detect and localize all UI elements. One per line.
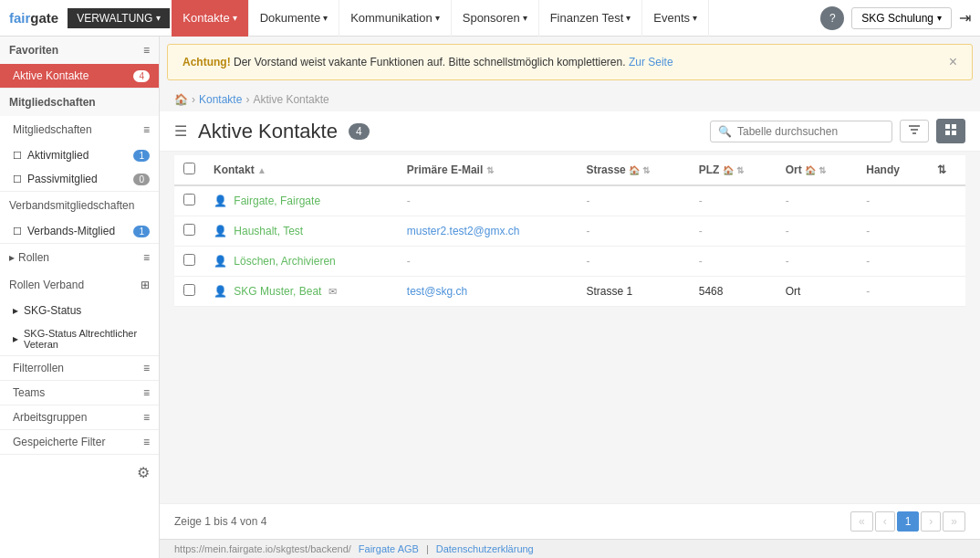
logout-button[interactable]: ⇥ (959, 9, 971, 26)
gespeicherte-filter-header[interactable]: Gespeicherte Filter ≡ (0, 430, 159, 454)
row-kontakt: 👤 SKG Muster, Beat ✉ (204, 277, 398, 307)
header-checkbox[interactable] (174, 155, 204, 185)
sidebar: Favoriten ≡ Aktive Kontakte 4 Mitgliedsc… (0, 37, 160, 558)
breadcrumb: 🏠 › Kontakte › Aktive Kontakte (160, 88, 980, 111)
sidebar-item-passivmitglied[interactable]: ☐ Passivmitglied 0 (0, 167, 159, 191)
grid-view-button[interactable] (936, 119, 965, 143)
contact-name-link[interactable]: Fairgate, Fairgate (234, 195, 320, 207)
help-button[interactable]: ? (820, 6, 844, 30)
header-plz[interactable]: PLZ 🏠 ⇅ (690, 155, 777, 185)
row-strasse: - (577, 216, 689, 247)
logo: fairgate (0, 10, 68, 26)
svg-rect-4 (952, 124, 956, 129)
select-all-checkbox[interactable] (183, 163, 195, 174)
svg-rect-3 (945, 124, 950, 129)
sidebar-item-verbands-mitglied[interactable]: ☐ Verbands-Mitglied 1 (0, 219, 159, 243)
favoriten-header[interactable]: Favoriten ≡ (0, 37, 159, 64)
checkbox-icon: ☐ (13, 150, 22, 162)
row-checkbox[interactable] (174, 216, 204, 247)
table-header: Kontakt ▲ Primäre E-Mail ⇅ Strasse 🏠 ⇅ (174, 155, 965, 185)
verwaltung-button[interactable]: VERWALTUNG ▾ (68, 8, 170, 28)
pagination-prev-button[interactable]: ‹ (875, 511, 895, 532)
contact-icon: 👤 (214, 225, 227, 237)
pagination-page-1-button[interactable]: 1 (897, 511, 920, 532)
nav-finanzen[interactable]: Finanzen Test ▾ (539, 0, 643, 37)
page-title: Aktive Kontakte (198, 120, 338, 143)
table-row: 👤 Fairgate, Fairgate - - - - - (174, 185, 965, 216)
menu-icon: ≡ (143, 436, 150, 448)
search-box[interactable]: 🔍 (710, 121, 892, 142)
row-checkbox[interactable] (174, 185, 204, 216)
nav-sponsoren[interactable]: Sponsoren ▾ (452, 0, 539, 37)
footer: https://mein.fairgate.io/skgtest/backend… (160, 539, 980, 558)
sidebar-section-filterrollen: Filterrollen ≡ (0, 356, 159, 381)
email-icon: ✉ (328, 286, 337, 297)
header-email[interactable]: Primäre E-Mail ⇅ (398, 155, 578, 185)
alert-close-button[interactable]: × (949, 54, 957, 70)
email-link[interactable]: muster2.test2@gmx.ch (407, 225, 520, 237)
pagination-first-button[interactable]: « (850, 511, 873, 532)
footer-agb-link[interactable]: Fairgate AGB (359, 543, 419, 554)
breadcrumb-kontakte[interactable]: Kontakte (199, 93, 242, 106)
pagination-buttons: « ‹ 1 › » (850, 511, 965, 532)
filter-button[interactable] (900, 120, 929, 142)
alert-link[interactable]: Zur Seite (629, 56, 673, 68)
sidebar-item-skg-status-alt[interactable]: ▸ SKG-Status Altrechtlicher Veteran (0, 322, 159, 355)
filter-icon (908, 124, 921, 135)
sidebar-item-aktive-kontakte[interactable]: Aktive Kontakte 4 (0, 64, 159, 88)
row-ort: Ort (777, 277, 858, 307)
filterrollen-header[interactable]: Filterrollen ≡ (0, 356, 159, 380)
breadcrumb-current: Aktive Kontakte (253, 93, 328, 106)
nav-events[interactable]: Events ▾ (642, 0, 709, 37)
teams-header[interactable]: Teams ≡ (0, 381, 159, 405)
header-ort[interactable]: Ort 🏠 ⇅ (777, 155, 858, 185)
row-email: test@skg.ch (398, 277, 578, 307)
rollen-header[interactable]: ▸ Rollen ≡ (0, 244, 159, 271)
alert-prefix: Achtung! (182, 56, 231, 68)
menu-icon: ≡ (143, 411, 150, 424)
chevron-down-icon: ▾ (323, 13, 328, 23)
row-checkbox[interactable] (174, 277, 204, 307)
home-icon: 🏠 (629, 165, 640, 175)
mitgliedschaften-header[interactable]: Mitgliedschaften (0, 89, 159, 116)
header-handy[interactable]: Handy (857, 155, 928, 185)
pagination-last-button[interactable]: » (943, 511, 965, 532)
rollen-verband-header[interactable]: Rollen Verband ⊞ (0, 271, 159, 299)
row-kontakt: 👤 Fairgate, Fairgate (204, 185, 398, 216)
sidebar-item-skg-status[interactable]: ▸ SKG-Status (0, 299, 159, 322)
search-input[interactable] (737, 125, 884, 138)
settings-icon[interactable]: ⚙ (137, 464, 150, 481)
footer-url: https://mein.fairgate.io/skgtest/backend… (174, 543, 351, 554)
pagination-next-button[interactable]: › (921, 511, 941, 532)
verbandsmitgliedschaften-header[interactable]: Verbandsmitgliedschaften (0, 192, 159, 219)
row-ort: - (777, 247, 858, 277)
contact-icon: 👤 (214, 285, 227, 298)
sidebar-section-teams: Teams ≡ (0, 381, 159, 405)
sort-icon: ⇅ (642, 165, 650, 175)
header-kontakt[interactable]: Kontakt ▲ (204, 155, 398, 185)
search-icon: 🔍 (718, 125, 732, 138)
nav-right: ? SKG Schulung ▾ ⇥ (820, 6, 980, 30)
nav-kommunikation[interactable]: Kommunikation ▾ (339, 0, 452, 37)
org-button[interactable]: SKG Schulung ▾ (851, 7, 952, 29)
header-strasse[interactable]: Strasse 🏠 ⇅ (577, 155, 689, 185)
email-link[interactable]: test@skg.ch (407, 285, 467, 298)
arbeitsgruppen-header[interactable]: Arbeitsgruppen ≡ (0, 405, 159, 429)
nav-kontakte[interactable]: Kontakte ▾ (172, 0, 248, 37)
logo-gate: gate (30, 10, 58, 26)
contact-name-link[interactable]: Löschen, Archivieren (234, 255, 335, 268)
contact-name-link[interactable]: SKG Muster, Beat (234, 285, 321, 298)
row-kontakt: 👤 Haushalt, Test (204, 216, 398, 247)
mitgliedschaften-sub-header[interactable]: Mitgliedschaften ≡ (0, 116, 159, 143)
sort-icon: ⇅ (486, 165, 494, 175)
hamburger-icon[interactable]: ☰ (174, 122, 187, 140)
sidebar-item-aktivmitglied[interactable]: ☐ Aktivmitglied 1 (0, 143, 159, 167)
contact-name-link[interactable]: Haushalt, Test (234, 225, 303, 237)
row-checkbox[interactable] (174, 247, 204, 277)
breadcrumb-home-icon[interactable]: 🏠 (174, 93, 188, 106)
header-more[interactable]: ⇅ (928, 155, 965, 185)
footer-datenschutz-link[interactable]: Datenschutzerklärung (436, 543, 534, 554)
home-icon: 🏠 (723, 165, 734, 175)
row-plz: - (690, 216, 777, 247)
nav-dokumente[interactable]: Dokumente ▾ (249, 0, 339, 37)
